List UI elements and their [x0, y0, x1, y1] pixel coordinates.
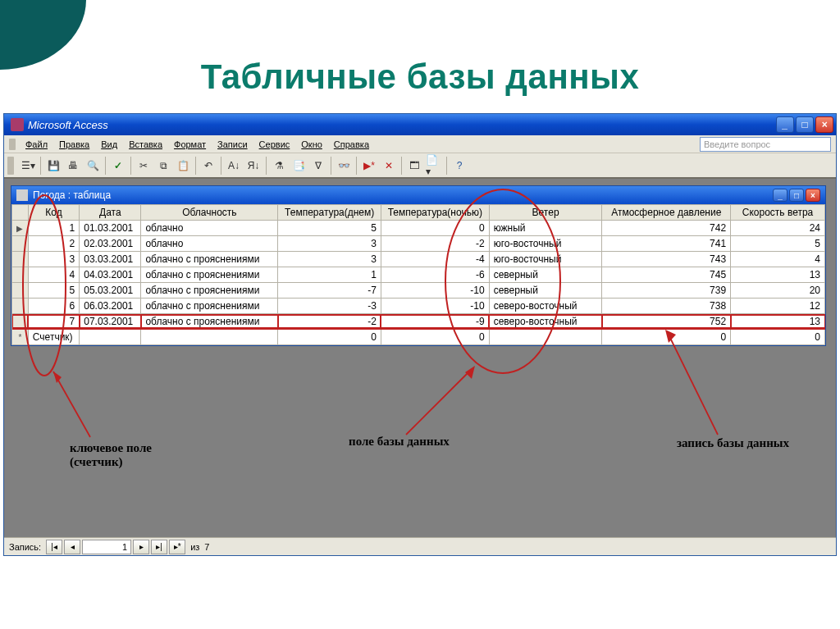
print-preview-icon[interactable]: 🔍 [84, 157, 102, 175]
cell-date[interactable] [80, 330, 141, 345]
col-wspeed[interactable]: Скорость ветра [731, 205, 825, 221]
col-code[interactable]: Код [28, 205, 79, 221]
menu-edit[interactable]: Правка [54, 138, 94, 151]
close-button[interactable]: × [815, 116, 833, 133]
cell-wind[interactable]: северо-восточный [489, 314, 602, 330]
cell-tnight[interactable]: -9 [381, 314, 489, 330]
nav-prev-button[interactable]: ◂ [64, 540, 80, 554]
menu-window[interactable]: Окно [296, 138, 327, 151]
row-selector[interactable] [12, 267, 29, 283]
print-icon[interactable]: 🖶 [64, 157, 82, 175]
sort-asc-icon[interactable]: A↓ [225, 157, 243, 175]
cell-tday[interactable]: 3 [278, 236, 381, 252]
find-icon[interactable]: 👓 [335, 157, 353, 175]
col-press[interactable]: Атмосферное давление [602, 205, 731, 221]
cell-press[interactable]: 742 [602, 221, 731, 236]
cell-cloud[interactable]: облачно с прояснениями [141, 314, 278, 330]
filter-toggle-icon[interactable]: ∇ [309, 157, 327, 175]
restore-button[interactable]: □ [796, 116, 814, 133]
cell-tnight[interactable]: -6 [381, 267, 489, 283]
menu-tools[interactable]: Сервис [254, 138, 295, 151]
menu-format[interactable]: Формат [169, 138, 211, 151]
menubar-grip[interactable] [9, 139, 16, 150]
toolbar-grip[interactable] [7, 157, 14, 175]
cell-wind[interactable]: южный [489, 221, 602, 236]
col-tday[interactable]: Температура(днем) [278, 205, 381, 221]
table-row[interactable]: *Счетчик)0000 [12, 330, 825, 345]
cell-press[interactable]: 743 [602, 252, 731, 267]
cell-cloud[interactable]: облачно с прояснениями [141, 283, 278, 299]
cell-code[interactable]: 7 [28, 314, 79, 330]
cell-tday[interactable]: 5 [278, 221, 381, 236]
db-window-icon[interactable]: 🗔 [405, 157, 423, 175]
menu-view[interactable]: Вид [96, 138, 122, 151]
cell-wind[interactable] [489, 330, 602, 345]
row-selector[interactable] [12, 252, 29, 267]
cell-wspeed[interactable]: 12 [731, 299, 825, 314]
row-selector[interactable] [12, 314, 29, 330]
cell-wind[interactable]: юго-восточный [489, 252, 602, 267]
col-tnight[interactable]: Температура(ночью) [381, 205, 489, 221]
copy-icon[interactable]: ⧉ [154, 157, 172, 175]
cell-press[interactable]: 741 [602, 236, 731, 252]
col-date[interactable]: Дата [80, 205, 141, 221]
cell-cloud[interactable]: облачно с прояснениями [141, 267, 278, 283]
doc-minimize-button[interactable]: _ [773, 189, 788, 202]
cell-wspeed[interactable]: 13 [731, 267, 825, 283]
cell-code[interactable]: 4 [28, 267, 79, 283]
delete-record-icon[interactable]: ✕ [380, 157, 398, 175]
view-dropdown-icon[interactable]: ☰▾ [19, 157, 37, 175]
spelling-icon[interactable]: ✓ [109, 157, 127, 175]
datasheet-grid[interactable]: Код Дата Облачность Температура(днем) Те… [11, 204, 825, 345]
cell-date[interactable]: 06.03.2001 [80, 299, 141, 314]
cell-wspeed[interactable]: 13 [731, 314, 825, 330]
doc-maximize-button[interactable]: □ [789, 189, 804, 202]
cell-press[interactable]: 739 [602, 283, 731, 299]
minimize-button[interactable]: _ [776, 116, 794, 133]
cell-date[interactable]: 05.03.2001 [80, 283, 141, 299]
cell-tnight[interactable]: -10 [381, 299, 489, 314]
menu-records[interactable]: Записи [212, 138, 253, 151]
cell-code[interactable]: Счетчик) [28, 330, 79, 345]
cell-tnight[interactable]: -2 [381, 236, 489, 252]
select-all-corner[interactable] [12, 205, 29, 221]
cell-date[interactable]: 01.03.2001 [80, 221, 141, 236]
cell-cloud[interactable]: облачно [141, 221, 278, 236]
cell-press[interactable]: 0 [602, 330, 731, 345]
row-selector[interactable] [12, 299, 29, 314]
cell-code[interactable]: 1 [28, 221, 79, 236]
cell-press[interactable]: 738 [602, 299, 731, 314]
cell-tnight[interactable]: -10 [381, 283, 489, 299]
cell-code[interactable]: 5 [28, 283, 79, 299]
save-icon[interactable]: 💾 [44, 157, 62, 175]
cell-tnight[interactable]: 0 [381, 221, 489, 236]
cell-tday[interactable]: -3 [278, 299, 381, 314]
table-row[interactable]: 202.03.2001облачно3-2юго-восточный7415 [12, 236, 825, 252]
cell-tnight[interactable]: 0 [381, 330, 489, 345]
cell-press[interactable]: 752 [602, 314, 731, 330]
cell-wind[interactable]: юго-восточный [489, 236, 602, 252]
nav-new-button[interactable]: ▸* [169, 540, 185, 554]
table-row[interactable]: 606.03.2001облачно с прояснениями-3-10се… [12, 299, 825, 314]
cell-tday[interactable]: 3 [278, 252, 381, 267]
new-record-icon[interactable]: ▶* [360, 157, 378, 175]
cell-date[interactable]: 07.03.2001 [80, 314, 141, 330]
col-wind[interactable]: Ветер [489, 205, 602, 221]
cell-tday[interactable]: 1 [278, 267, 381, 283]
help-search-box[interactable]: Введите вопрос [700, 137, 831, 152]
row-selector[interactable]: ▶ [12, 221, 29, 236]
cell-wind[interactable]: северный [489, 283, 602, 299]
cell-wind[interactable]: северо-восточный [489, 299, 602, 314]
cell-tday[interactable]: -7 [278, 283, 381, 299]
cell-wspeed[interactable]: 4 [731, 252, 825, 267]
cell-cloud[interactable]: облачно с прояснениями [141, 299, 278, 314]
table-row[interactable]: 303.03.2001облачно с прояснениями3-4юго-… [12, 252, 825, 267]
cell-wind[interactable]: северный [489, 267, 602, 283]
doc-close-button[interactable]: × [806, 189, 820, 202]
sort-desc-icon[interactable]: Я↓ [244, 157, 262, 175]
nav-last-button[interactable]: ▸| [151, 540, 167, 554]
col-cloud[interactable]: Облачность [141, 205, 278, 221]
table-row[interactable]: 707.03.2001облачно с прояснениями-2-9сев… [12, 314, 825, 330]
cell-code[interactable]: 2 [28, 236, 79, 252]
cell-wspeed[interactable]: 20 [731, 283, 825, 299]
